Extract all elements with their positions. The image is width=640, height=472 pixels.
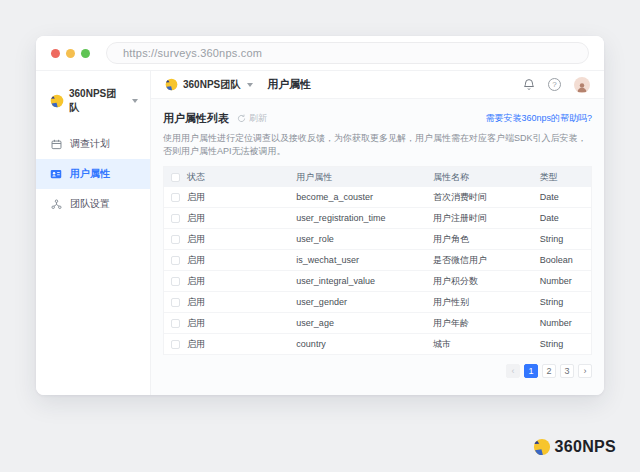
row-attr-name: 用户注册时间 (433, 212, 540, 225)
row-type: Boolean (540, 255, 591, 265)
browser-toolbar: https://surveys.360nps.com (36, 36, 604, 70)
url-text: https://surveys.360nps.com (123, 47, 262, 59)
row-status: 启用 (187, 212, 205, 225)
row-attribute: user_age (296, 318, 433, 328)
pagination: ‹ 1 2 3 › (163, 364, 592, 378)
team-logo-icon (165, 78, 178, 91)
row-attr-name: 用户年龄 (433, 317, 540, 330)
select-all-checkbox[interactable] (171, 173, 180, 182)
row-type: String (540, 234, 591, 244)
close-window-icon[interactable] (51, 49, 60, 58)
sidebar-item-label: 调查计划 (70, 137, 110, 151)
row-attribute: user_registration_time (296, 213, 433, 223)
page-title: 用户属性 (267, 77, 311, 92)
row-type: String (540, 297, 591, 307)
main-header: 360NPS团队 用户属性 ? (151, 71, 604, 99)
row-attr-name: 城市 (433, 338, 540, 351)
row-checkbox[interactable] (171, 298, 180, 307)
list-description: 使用用户属性进行定位调查以及接收反馈，为你获取更多见解，用户属性需在对应客户端S… (163, 132, 592, 157)
pagination-prev-button[interactable]: ‹ (506, 364, 520, 378)
chevron-down-icon (132, 99, 138, 103)
row-status: 启用 (187, 254, 205, 267)
row-type: Number (540, 318, 591, 328)
notifications-bell-icon[interactable] (523, 78, 535, 91)
user-avatar[interactable] (574, 77, 590, 93)
row-attr-name: 首次消费时间 (433, 191, 540, 204)
row-checkbox[interactable] (171, 277, 180, 286)
table-row[interactable]: 启用 become_a_couster 首次消费时间 Date (164, 187, 591, 208)
browser-window: https://surveys.360nps.com 360NPS团队 (36, 36, 604, 395)
sidebar-item-survey-plan[interactable]: 调查计划 (36, 129, 150, 159)
refresh-button[interactable]: 刷新 (237, 112, 267, 125)
sidebar-item-user-attributes[interactable]: 用户属性 (36, 159, 150, 189)
row-checkbox[interactable] (171, 319, 180, 328)
sidebar-team-selector[interactable]: 360NPS团队 (36, 81, 150, 129)
table-row[interactable]: 启用 user_age 用户年龄 Number (164, 313, 591, 334)
pagination-page-2[interactable]: 2 (542, 364, 556, 378)
row-checkbox[interactable] (171, 193, 180, 202)
window-controls (51, 49, 90, 58)
row-attribute: is_wechat_user (296, 255, 433, 265)
row-status: 启用 (187, 338, 205, 351)
header-team-name: 360NPS团队 (183, 78, 240, 92)
team-logo-icon (50, 94, 64, 108)
row-status: 启用 (187, 317, 205, 330)
row-attr-name: 用户性别 (433, 296, 540, 309)
row-attribute: become_a_couster (296, 192, 433, 202)
brand-logo-icon (533, 438, 551, 456)
row-status: 启用 (187, 233, 205, 246)
header-team-selector[interactable]: 360NPS团队 (165, 78, 253, 92)
main-area: 360NPS团队 用户属性 ? (151, 71, 604, 395)
help-glyph: ? (552, 80, 556, 89)
help-icon[interactable]: ? (548, 78, 561, 91)
sidebar-item-team-settings[interactable]: 团队设置 (36, 189, 150, 219)
address-bar[interactable]: https://surveys.360nps.com (106, 42, 589, 64)
pagination-page-1[interactable]: 1 (524, 364, 538, 378)
row-status: 启用 (187, 275, 205, 288)
table-header-row: 状态 用户属性 属性名称 类型 (164, 167, 591, 187)
row-attribute: user_integral_value (296, 276, 433, 286)
row-status: 启用 (187, 191, 205, 204)
table-row[interactable]: 启用 user_registration_time 用户注册时间 Date (164, 208, 591, 229)
footer-brand: 360NPS (533, 438, 616, 456)
list-title: 用户属性列表 (163, 111, 229, 126)
refresh-icon (237, 114, 246, 123)
content: 用户属性列表 刷新 需要安装360nps的帮助吗? 使用用户属性进行定位调查以及… (151, 99, 604, 395)
row-type: Number (540, 276, 591, 286)
row-type: String (540, 339, 591, 349)
install-help-link[interactable]: 需要安装360nps的帮助吗? (485, 112, 592, 125)
sidebar: 360NPS团队 调查计划 (36, 71, 151, 395)
row-attribute: user_role (296, 234, 433, 244)
sidebar-item-label: 用户属性 (70, 167, 110, 181)
minimize-window-icon[interactable] (66, 49, 75, 58)
row-checkbox[interactable] (171, 340, 180, 349)
pagination-next-button[interactable]: › (578, 364, 592, 378)
brand-text: 360NPS (555, 438, 616, 456)
sidebar-item-label: 团队设置 (70, 197, 110, 211)
row-checkbox[interactable] (171, 235, 180, 244)
table-row[interactable]: 启用 user_integral_value 用户积分数 Number (164, 271, 591, 292)
id-card-icon (50, 168, 62, 180)
refresh-label: 刷新 (249, 112, 267, 125)
table-row[interactable]: 启用 is_wechat_user 是否微信用户 Boolean (164, 250, 591, 271)
team-icon (50, 198, 62, 210)
row-checkbox[interactable] (171, 214, 180, 223)
column-header-type: 类型 (540, 171, 591, 184)
chevron-down-icon (247, 83, 253, 87)
row-status: 启用 (187, 296, 205, 309)
column-header-status: 状态 (187, 171, 205, 184)
row-attr-name: 是否微信用户 (433, 254, 540, 267)
table-row[interactable]: 启用 user_gender 用户性别 String (164, 292, 591, 313)
row-checkbox[interactable] (171, 256, 180, 265)
row-attribute: user_gender (296, 297, 433, 307)
row-type: Date (540, 213, 591, 223)
table-row[interactable]: 启用 user_role 用户角色 String (164, 229, 591, 250)
column-header-attribute: 用户属性 (296, 171, 433, 184)
maximize-window-icon[interactable] (81, 49, 90, 58)
table-row[interactable]: 启用 country 城市 String (164, 334, 591, 355)
calendar-icon (50, 138, 62, 150)
row-attr-name: 用户角色 (433, 233, 540, 246)
row-attr-name: 用户积分数 (433, 275, 540, 288)
pagination-page-3[interactable]: 3 (560, 364, 574, 378)
sidebar-team-name: 360NPS团队 (69, 87, 125, 115)
